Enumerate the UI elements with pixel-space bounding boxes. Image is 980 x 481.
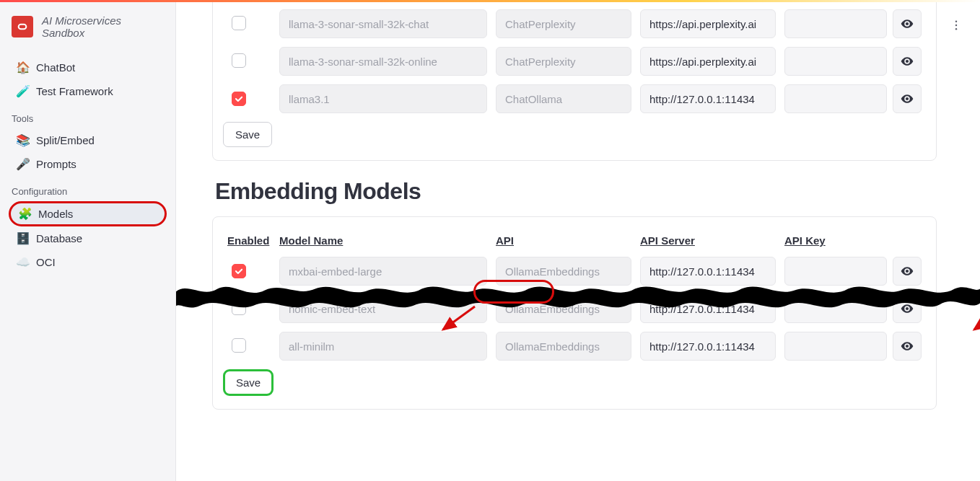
embed-enabled-checkbox[interactable] bbox=[232, 338, 246, 353]
llm-api-input bbox=[496, 9, 631, 38]
sidebar-item-chatbot-icon: 🏠 bbox=[16, 61, 29, 74]
sidebar-item-label: Split/Embed bbox=[36, 134, 95, 146]
col-header-server: API Server bbox=[636, 234, 780, 248]
llm-api-key-input[interactable] bbox=[784, 84, 887, 113]
svg-line-5 bbox=[974, 306, 980, 330]
sidebar-section-label: Tools bbox=[12, 113, 167, 124]
sidebar-item-models-icon: 🧩 bbox=[18, 207, 31, 221]
sidebar-item-test-framework-icon: 🧪 bbox=[16, 84, 29, 98]
llm-model-name-input bbox=[279, 84, 487, 113]
sidebar-item-label: Test Framework bbox=[36, 85, 113, 97]
annotation-callout-name bbox=[473, 280, 554, 304]
svg-point-2 bbox=[955, 25, 957, 26]
llm-api-server-input[interactable] bbox=[640, 9, 776, 38]
llm-models-panel: Save bbox=[212, 0, 937, 161]
llm-row bbox=[223, 84, 926, 113]
svg-line-4 bbox=[443, 306, 475, 330]
sidebar-item-label: Prompts bbox=[36, 158, 76, 170]
brand: AI Microservices Sandbox bbox=[12, 14, 164, 40]
eye-icon bbox=[900, 17, 914, 31]
sidebar-item-chatbot[interactable]: 🏠ChatBot bbox=[9, 56, 167, 79]
embed-reveal-key-button[interactable] bbox=[893, 332, 922, 361]
eye-icon bbox=[900, 92, 914, 106]
sidebar-item-database-icon: 🗄️ bbox=[16, 231, 29, 245]
svg-point-3 bbox=[955, 28, 957, 30]
llm-enabled-checkbox[interactable] bbox=[232, 92, 246, 106]
sidebar: AI Microservices Sandbox 🏠ChatBot🧪Test F… bbox=[0, 0, 176, 481]
llm-model-name-input bbox=[279, 47, 487, 76]
sidebar-item-label: Database bbox=[36, 232, 82, 244]
embedding-models-panel: Enabled Model Name API API Server API Ke… bbox=[212, 216, 937, 410]
sidebar-item-test-framework[interactable]: 🧪Test Framework bbox=[9, 79, 167, 103]
embed-row bbox=[223, 332, 926, 361]
svg-point-1 bbox=[955, 21, 957, 22]
embed-api-server-input[interactable] bbox=[640, 332, 776, 361]
col-header-api: API bbox=[491, 234, 636, 248]
llm-reveal-key-button[interactable] bbox=[893, 84, 922, 113]
embedding-save-button[interactable]: Save bbox=[223, 369, 274, 396]
llm-models-table bbox=[223, 1, 926, 122]
embed-enabled-checkbox[interactable] bbox=[232, 264, 246, 278]
col-header-key: API Key bbox=[780, 234, 926, 248]
brand-logo bbox=[12, 16, 33, 37]
sidebar-item-prompts-icon: 🎤 bbox=[16, 157, 29, 171]
llm-save-button[interactable]: Save bbox=[223, 122, 272, 147]
llm-api-input bbox=[496, 84, 631, 113]
eye-icon bbox=[900, 339, 914, 353]
llm-api-key-input[interactable] bbox=[784, 9, 887, 38]
sidebar-section-label: Configuration bbox=[12, 186, 167, 197]
llm-enabled-checkbox[interactable] bbox=[232, 53, 246, 68]
svg-rect-0 bbox=[19, 25, 27, 30]
col-header-enabled: Enabled bbox=[223, 234, 275, 248]
llm-enabled-checkbox[interactable] bbox=[232, 16, 246, 30]
llm-reveal-key-button[interactable] bbox=[893, 9, 922, 38]
llm-api-input bbox=[496, 47, 631, 76]
eye-icon bbox=[900, 54, 914, 69]
sidebar-item-prompts[interactable]: 🎤Prompts bbox=[9, 152, 167, 176]
sidebar-item-split-embed-icon: 📚 bbox=[16, 133, 29, 147]
sidebar-item-database[interactable]: 🗄️Database bbox=[9, 226, 167, 250]
llm-api-server-input[interactable] bbox=[640, 47, 776, 76]
eye-icon bbox=[900, 264, 914, 278]
llm-api-key-input[interactable] bbox=[784, 47, 887, 76]
sidebar-item-label: Models bbox=[38, 208, 73, 220]
brand-line2: Sandbox bbox=[42, 27, 121, 39]
embed-api-key-input[interactable] bbox=[784, 332, 887, 361]
top-gradient-bar bbox=[0, 0, 980, 2]
llm-row bbox=[223, 9, 926, 38]
llm-model-name-input bbox=[279, 9, 487, 38]
llm-row bbox=[223, 47, 926, 76]
llm-api-server-input[interactable] bbox=[640, 84, 776, 113]
sidebar-item-split-embed[interactable]: 📚Split/Embed bbox=[9, 128, 167, 152]
sidebar-item-label: ChatBot bbox=[36, 61, 75, 74]
main-area: Save Embedding Models Enabled Model Name… bbox=[176, 0, 980, 481]
annotation-arrow-to-enabled bbox=[439, 306, 482, 345]
sidebar-item-oci-icon: ☁️ bbox=[16, 255, 29, 269]
sidebar-item-oci[interactable]: ☁️OCI bbox=[9, 250, 167, 274]
sidebar-item-models[interactable]: 🧩Models bbox=[9, 201, 167, 226]
col-header-name: Model Name bbox=[275, 234, 491, 248]
kebab-menu-button[interactable] bbox=[950, 19, 963, 34]
annotation-torn-band bbox=[176, 280, 980, 312]
brand-title: AI Microservices Sandbox bbox=[42, 14, 121, 40]
embedding-section-title: Embedding Models bbox=[215, 178, 934, 205]
llm-reveal-key-button[interactable] bbox=[893, 47, 922, 76]
embed-api-input bbox=[496, 332, 631, 361]
sidebar-item-label: OCI bbox=[36, 256, 56, 268]
annotation-arrow-to-server bbox=[970, 306, 980, 345]
brand-line1: AI Microservices bbox=[42, 14, 121, 27]
